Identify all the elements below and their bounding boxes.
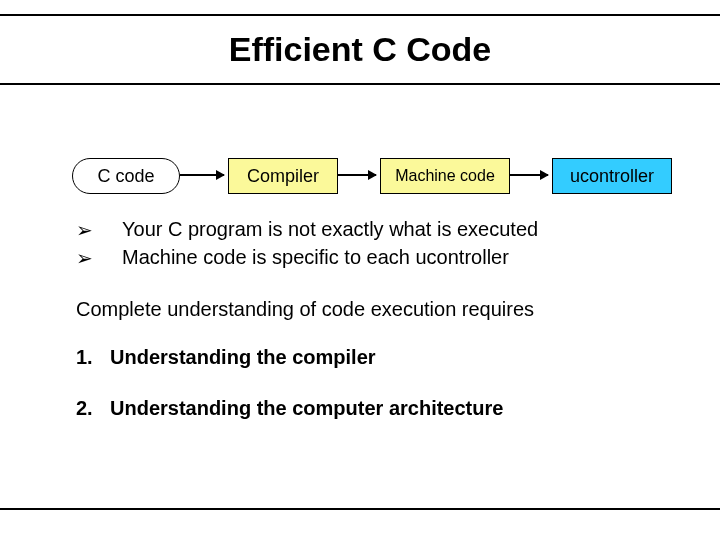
- item-number: 2.: [76, 397, 110, 420]
- list-item: 2. Understanding the computer architectu…: [76, 397, 503, 420]
- numbered-list: 1. Understanding the compiler 2. Underst…: [76, 346, 503, 448]
- list-item: ➢ Your C program is not exactly what is …: [76, 218, 538, 242]
- bullet-text: Machine code is specific to each ucontro…: [122, 246, 509, 269]
- item-text: Understanding the compiler: [110, 346, 376, 369]
- bullet-icon: ➢: [76, 246, 122, 270]
- bullet-text: Your C program is not exactly what is ex…: [122, 218, 538, 241]
- list-item: ➢ Machine code is specific to each ucont…: [76, 246, 538, 270]
- node-compiler: Compiler: [228, 158, 338, 194]
- title-band: Efficient C Code: [0, 14, 720, 85]
- pipeline-diagram: C code Compiler Machine code ucontroller: [0, 150, 720, 210]
- page-title: Efficient C Code: [0, 30, 720, 69]
- node-ucontroller: ucontroller: [552, 158, 672, 194]
- arrow-icon: [338, 174, 376, 176]
- item-number: 1.: [76, 346, 110, 369]
- arrow-icon: [510, 174, 548, 176]
- divider: [0, 508, 720, 510]
- subtitle: Complete understanding of code execution…: [76, 298, 534, 321]
- node-c-code: C code: [72, 158, 180, 194]
- list-item: 1. Understanding the compiler: [76, 346, 503, 369]
- arrow-icon: [180, 174, 224, 176]
- bullet-icon: ➢: [76, 218, 122, 242]
- node-machine-code: Machine code: [380, 158, 510, 194]
- bullet-list: ➢ Your C program is not exactly what is …: [76, 218, 538, 274]
- item-text: Understanding the computer architecture: [110, 397, 503, 420]
